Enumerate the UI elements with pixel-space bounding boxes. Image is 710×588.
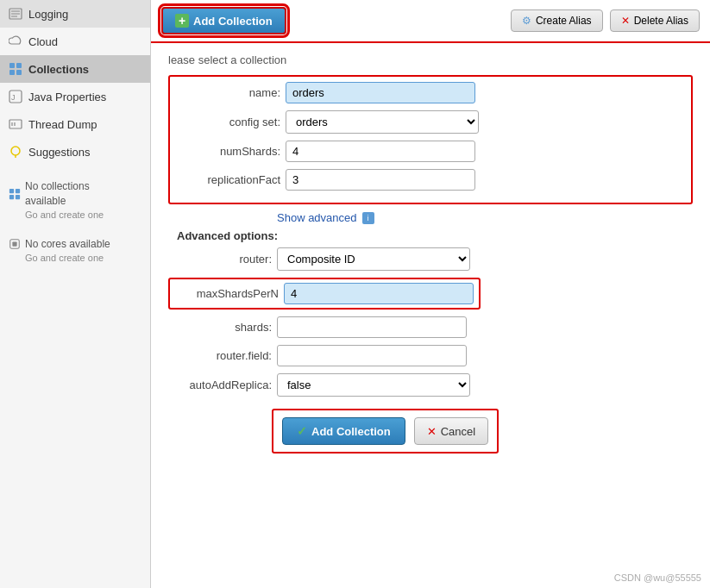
select-hint: lease select a collection: [168, 53, 693, 66]
collections-icon: [9, 62, 22, 76]
svg-rect-20: [12, 242, 16, 247]
sidebar-label-suggestions: Suggestions: [28, 146, 91, 159]
logging-icon: [9, 7, 22, 21]
name-label: name:: [177, 86, 280, 99]
create-alias-button[interactable]: ⚙ Create Alias: [511, 9, 603, 32]
router-field-label: router.field:: [168, 349, 272, 362]
create-alias-icon: ⚙: [522, 15, 531, 27]
cancel-button[interactable]: ✕ Cancel: [414, 417, 488, 445]
check-icon: ✓: [297, 424, 307, 438]
sidebar-label-collections: Collections: [28, 63, 89, 76]
sidebar-item-logging[interactable]: Logging: [0, 0, 150, 28]
java-icon: J: [9, 90, 22, 103]
sidebar-item-suggestions[interactable]: Suggestions: [0, 138, 150, 166]
num-shards-row: numShards:: [177, 141, 684, 162]
no-collections-sub: Go and create one: [25, 209, 141, 222]
auto-add-select[interactable]: false true: [277, 373, 470, 397]
advanced-icon: i: [362, 212, 374, 224]
svg-rect-5: [16, 63, 22, 68]
thread-icon: [9, 117, 22, 131]
router-field-row: router.field:: [168, 345, 693, 366]
config-set-row: config set: orders: [177, 110, 684, 134]
svg-rect-18: [16, 195, 20, 199]
replication-row: replicationFact: [177, 169, 684, 191]
main-content: + Add Collection ⚙ Create Alias ✕ Delete…: [151, 0, 710, 588]
show-advanced-link[interactable]: Show advanced: [277, 211, 357, 224]
max-shards-row: maxShardsPerN: [175, 283, 474, 304]
no-collections-note: No collectionsavailable Go and create on…: [0, 172, 150, 223]
sidebar-item-thread-dump[interactable]: Thread Dump: [0, 110, 150, 138]
name-input[interactable]: [286, 82, 475, 103]
plus-icon: +: [175, 14, 189, 28]
watermark: CSDN @wu@55555: [614, 572, 701, 583]
action-buttons-box: ✓ Add Collection ✕ Cancel: [272, 409, 499, 454]
svg-rect-17: [9, 195, 14, 199]
sidebar-item-collections[interactable]: Collections: [0, 55, 150, 83]
sidebar-item-java-properties[interactable]: J Java Properties: [0, 83, 150, 110]
delete-alias-button[interactable]: ✕ Delete Alias: [610, 9, 700, 32]
replication-input[interactable]: [286, 169, 475, 191]
auto-add-label: autoAddReplica:: [168, 378, 272, 391]
router-label: router:: [168, 253, 272, 266]
config-set-select[interactable]: orders: [286, 110, 479, 134]
show-advanced-row: Show advanced i: [168, 211, 693, 224]
no-cores-note: No cores available Go and create one: [0, 230, 150, 266]
config-set-label: config set:: [177, 116, 280, 128]
advanced-options-label: Advanced options:: [168, 229, 693, 242]
auto-add-row: autoAddReplica: false true: [168, 373, 693, 397]
delete-alias-label: Delete Alias: [634, 15, 688, 27]
sidebar: Logging Cloud Collections J Java Propert…: [0, 0, 151, 588]
submit-label: Add Collection: [311, 425, 391, 438]
create-alias-label: Create Alias: [536, 15, 592, 27]
add-collection-label: Add Collection: [193, 15, 273, 28]
sidebar-label-logging: Logging: [28, 8, 68, 21]
no-cores-sub: Go and create one: [25, 252, 141, 265]
router-row: router: Composite ID implicit: [168, 247, 693, 271]
cancel-label: Cancel: [441, 425, 475, 438]
delete-alias-icon: ✕: [621, 15, 630, 27]
sidebar-label-thread-dump: Thread Dump: [28, 118, 97, 131]
toolbar-right: ⚙ Create Alias ✕ Delete Alias: [511, 9, 700, 32]
sidebar-item-cloud[interactable]: Cloud: [0, 28, 150, 55]
form-area: lease select a collection name: config s…: [151, 43, 710, 588]
num-shards-input[interactable]: [286, 141, 475, 162]
router-select[interactable]: Composite ID implicit: [277, 247, 470, 271]
svg-rect-10: [9, 120, 22, 128]
toolbar: + Add Collection ⚙ Create Alias ✕ Delete…: [151, 0, 710, 43]
sidebar-label-cloud: Cloud: [28, 35, 58, 48]
no-collections-text: No collectionsavailable: [25, 179, 90, 209]
shards-row: shards:: [168, 316, 693, 338]
svg-rect-4: [9, 63, 15, 68]
router-field-input[interactable]: [277, 345, 467, 366]
shards-input[interactable]: [277, 316, 467, 338]
suggestions-icon: [9, 145, 22, 159]
svg-rect-15: [9, 189, 14, 193]
replication-label: replicationFact: [177, 173, 280, 186]
max-shards-input[interactable]: [284, 283, 474, 304]
add-collection-button[interactable]: + Add Collection: [161, 7, 286, 34]
basic-fields-box: name: config set: orders numShards: repl…: [168, 75, 693, 204]
sidebar-label-java: Java Properties: [28, 91, 106, 103]
num-shards-label: numShards:: [177, 145, 280, 158]
svg-rect-16: [16, 189, 20, 193]
submit-add-collection-button[interactable]: ✓ Add Collection: [282, 417, 405, 445]
svg-rect-7: [16, 70, 22, 75]
svg-point-13: [11, 147, 20, 155]
shards-label: shards:: [168, 321, 272, 334]
cloud-icon: [9, 34, 22, 48]
max-shards-label: maxShardsPerN: [175, 287, 279, 300]
svg-rect-6: [9, 70, 15, 75]
max-shards-box: maxShardsPerN: [168, 278, 481, 310]
cancel-x-icon: ✕: [427, 425, 437, 438]
name-row: name:: [177, 82, 684, 103]
no-cores-text: No cores available: [25, 237, 110, 252]
svg-text:J: J: [11, 93, 16, 102]
